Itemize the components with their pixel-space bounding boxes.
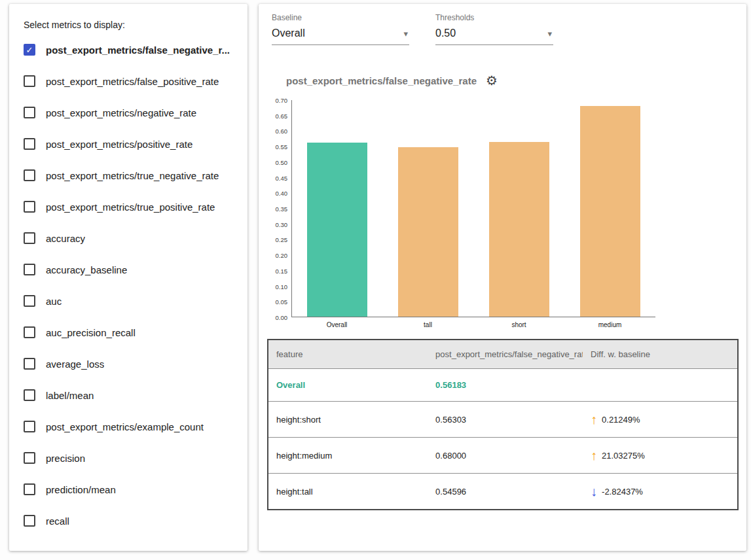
y-axis: 0.000.050.100.150.200.250.300.350.400.45…: [266, 100, 291, 317]
metric-label: label/mean: [46, 390, 94, 401]
metric-item-post-export-metrics-example-count[interactable]: post_export_metrics/example_count: [21, 411, 236, 442]
metrics-list: ✓post_export_metrics/false_negative_r...…: [21, 34, 236, 536]
thresholds-select[interactable]: Thresholds 0.50 ▾: [435, 13, 553, 45]
metric-item-auc[interactable]: auc: [21, 285, 236, 317]
metrics-table: feature post_export_metrics/false_negati…: [267, 339, 739, 510]
bar-slot: [383, 100, 474, 317]
gear-icon[interactable]: ⚙: [486, 74, 498, 87]
metric-label: auc_precision_recall: [46, 327, 136, 338]
metrics-panel-title: Select metrics to display:: [24, 20, 236, 30]
y-tick-label: 0.60: [276, 128, 288, 135]
bar-slot: [474, 100, 565, 317]
metric-item-post-export-metrics-positive-rate[interactable]: post_export_metrics/positive_rate: [21, 128, 236, 160]
y-tick-label: 0.25: [276, 236, 288, 243]
checkbox-unchecked[interactable]: [24, 138, 35, 150]
bar-medium[interactable]: [580, 106, 640, 317]
checkbox-unchecked[interactable]: [24, 295, 35, 307]
metric-label: average_loss: [46, 359, 104, 370]
metric-item-recall[interactable]: recall: [21, 505, 236, 536]
cell-diff: [583, 369, 738, 402]
checkbox-unchecked[interactable]: [24, 264, 35, 275]
checkbox-unchecked[interactable]: [24, 75, 35, 87]
metric-label: post_export_metrics/positive_rate: [46, 139, 192, 150]
th-feature: feature: [268, 340, 428, 369]
chart-title: post_export_metrics/false_negative_rate: [286, 75, 477, 86]
metric-label: accuracy: [46, 233, 85, 244]
bar-tall[interactable]: [398, 147, 458, 317]
metric-label: post_export_metrics/example_count: [46, 421, 204, 432]
metric-item-auc-precision-recall[interactable]: auc_precision_recall: [21, 317, 236, 348]
metric-item-average-loss[interactable]: average_loss: [21, 348, 236, 379]
cell-diff: ↓-2.82437%: [583, 474, 738, 510]
metric-label: post_export_metrics/true_negative_rate: [46, 170, 219, 181]
cell-feature: height:tall: [268, 474, 428, 510]
table-row-Overall[interactable]: Overall0.56183: [268, 369, 738, 402]
checkbox-unchecked[interactable]: [24, 389, 35, 401]
cell-value: 0.54596: [428, 474, 583, 510]
chevron-down-icon[interactable]: ▾: [403, 29, 408, 39]
metric-item-post-export-metrics-negative-rate[interactable]: post_export_metrics/negative_rate: [21, 97, 236, 128]
checkbox-unchecked[interactable]: [24, 421, 35, 432]
table-row-height-tall[interactable]: height:tall0.54596↓-2.82437%: [268, 474, 738, 510]
metric-item-post-export-metrics-true-negative-rate[interactable]: post_export_metrics/true_negative_rate: [21, 160, 236, 191]
checkbox-unchecked[interactable]: [24, 169, 35, 181]
thresholds-label: Thresholds: [435, 13, 553, 22]
metrics-panel: Select metrics to display: ✓post_export_…: [9, 4, 247, 551]
y-tick-label: 0.40: [276, 190, 288, 197]
x-axis: Overalltallshortmedium: [291, 321, 655, 328]
cell-diff: ↑0.21249%: [583, 402, 738, 438]
cell-feature: height:short: [268, 402, 428, 438]
bar-short[interactable]: [489, 142, 549, 317]
controls-row: Baseline Overall ▾ Thresholds 0.50 ▾: [259, 13, 746, 45]
metric-item-prediction-mean[interactable]: prediction/mean: [21, 474, 236, 505]
y-tick-label: 0.70: [276, 97, 288, 104]
checkbox-unchecked[interactable]: [24, 358, 35, 370]
arrow-up-icon: ↑: [591, 413, 597, 426]
cell-value: 0.56183: [428, 369, 583, 402]
table-row-height-medium[interactable]: height:medium0.68000↑21.03275%: [268, 438, 738, 474]
plot-wrap: Overalltallshortmedium: [291, 100, 655, 328]
checkbox-unchecked[interactable]: [24, 201, 35, 213]
checkbox-unchecked[interactable]: [24, 232, 35, 244]
table-head: feature post_export_metrics/false_negati…: [268, 340, 738, 369]
metric-item-accuracy[interactable]: accuracy: [21, 222, 236, 254]
chart-header: post_export_metrics/false_negative_rate …: [286, 74, 746, 87]
x-tick-label: short: [473, 321, 564, 328]
metric-label: post_export_metrics/false_negative_r...: [46, 44, 230, 56]
metric-label: post_export_metrics/true_positive_rate: [46, 201, 215, 213]
th-diff: Diff. w. baseline: [583, 340, 738, 369]
y-tick-label: 0.35: [276, 205, 288, 213]
y-tick-label: 0.05: [276, 298, 288, 306]
baseline-value-field[interactable]: Overall ▾: [272, 26, 409, 45]
metric-label: auc: [46, 296, 62, 307]
y-tick-label: 0.65: [276, 112, 288, 119]
metric-item-post-export-metrics-false-negative-r[interactable]: ✓post_export_metrics/false_negative_r...: [21, 34, 236, 65]
metric-label: recall: [46, 516, 69, 527]
metric-item-accuracy-baseline[interactable]: accuracy_baseline: [21, 254, 236, 285]
checkbox-unchecked[interactable]: [24, 452, 35, 464]
diff-value: 21.03275%: [602, 451, 645, 461]
checkbox-unchecked[interactable]: [24, 326, 35, 338]
checkbox-unchecked[interactable]: [24, 107, 35, 118]
metric-item-post-export-metrics-true-positive-rate[interactable]: post_export_metrics/true_positive_rate: [21, 191, 236, 222]
metric-label: post_export_metrics/false_positive_rate: [46, 76, 219, 87]
table-row-height-short[interactable]: height:short0.56303↑0.21249%: [268, 402, 738, 438]
x-tick-label: tall: [382, 321, 473, 328]
bars: [292, 100, 655, 317]
metric-item-post-export-metrics-false-positive-rate[interactable]: post_export_metrics/false_positive_rate: [21, 65, 236, 97]
baseline-select[interactable]: Baseline Overall ▾: [272, 13, 409, 45]
checkbox-checked[interactable]: ✓: [24, 44, 35, 56]
thresholds-value-field[interactable]: 0.50 ▾: [435, 26, 553, 45]
bar-Overall[interactable]: [307, 143, 367, 317]
checkbox-unchecked[interactable]: [24, 515, 35, 527]
chevron-down-icon[interactable]: ▾: [547, 29, 552, 39]
metric-item-precision[interactable]: precision: [21, 442, 236, 474]
x-tick-label: medium: [564, 321, 655, 328]
metric-label: precision: [46, 453, 85, 464]
metric-item-label-mean[interactable]: label/mean: [21, 379, 236, 411]
bar-chart: 0.000.050.100.150.200.250.300.350.400.45…: [266, 100, 746, 328]
th-metric: post_export_metrics/false_negative_rat..…: [428, 340, 583, 369]
checkbox-unchecked[interactable]: [24, 483, 35, 495]
y-tick-label: 0.30: [276, 220, 288, 228]
baseline-label: Baseline: [272, 13, 409, 22]
